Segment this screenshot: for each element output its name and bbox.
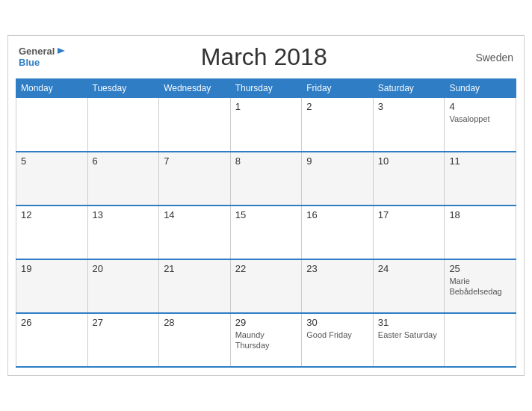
calendar-cell: 24 [373,259,445,313]
day-number: 10 [378,155,440,167]
calendar-header: General Blue March 2018 Sweden [16,43,516,71]
calendar-cell [445,313,516,367]
calendar-cell: 14 [159,206,231,259]
day-number: 20 [93,263,155,274]
day-number: 9 [306,155,368,167]
day-number: 21 [164,263,226,274]
day-number: 1 [235,101,297,112]
day-number: 19 [21,263,83,274]
calendar-title: March 2018 [66,43,461,71]
calendar-cell: 4Vasaloppet [445,98,516,152]
day-number: 26 [21,317,83,328]
weekday-header-sunday: Sunday [445,79,516,98]
day-number: 27 [93,317,155,328]
calendar-cell: 3 [373,98,445,152]
day-event: Marie Bebådelsedag [449,276,511,297]
day-number: 24 [378,263,440,274]
calendar-cell: 22 [230,259,302,313]
day-event: Easter Saturday [378,330,440,340]
calendar-cell: 21 [159,259,231,313]
day-number: 5 [21,155,83,167]
calendar-cell: 7 [159,152,231,206]
calendar-cell: 8 [230,152,302,206]
weekday-header-friday: Friday [302,79,374,98]
day-number: 25 [449,263,511,274]
calendar-cell: 19 [16,259,88,313]
day-number: 17 [378,209,440,220]
calendar-cell: 9 [302,152,374,206]
calendar-cell: 30Good Friday [302,313,374,367]
calendar-cell: 12 [16,206,88,259]
week-row-1: 1234Vasaloppet [16,98,516,152]
calendar-cell: 5 [16,152,88,206]
day-number: 22 [235,263,297,274]
calendar-container: General Blue March 2018 Sweden MondayTue… [7,35,525,376]
weekday-header-thursday: Thursday [230,79,302,98]
day-number: 2 [306,101,368,112]
calendar-cell: 28 [159,313,231,367]
day-event: Good Friday [306,330,368,340]
calendar-cell [16,98,88,152]
calendar-cell: 23 [302,259,374,313]
calendar-cell: 10 [373,152,445,206]
weekday-header-monday: Monday [16,79,88,98]
day-event: Vasaloppet [449,114,511,124]
week-row-4: 19202122232425Marie Bebådelsedag [16,259,516,313]
calendar-cell: 25Marie Bebådelsedag [445,259,516,313]
svg-marker-0 [58,48,65,54]
day-number: 15 [235,209,297,220]
calendar-cell: 18 [445,206,516,259]
day-number: 13 [93,209,155,220]
calendar-cell: 20 [87,259,159,313]
day-event: Maundy Thursday [235,330,297,351]
day-number: 6 [93,155,155,167]
day-number: 11 [449,155,511,167]
weekday-header-wednesday: Wednesday [159,79,231,98]
week-row-3: 12131415161718 [16,206,516,259]
calendar-cell: 26 [16,313,88,367]
calendar-cell: 17 [373,206,445,259]
day-number: 16 [306,209,368,220]
day-number: 18 [449,209,511,220]
calendar-table: MondayTuesdayWednesdayThursdayFridaySatu… [16,78,516,368]
day-number: 4 [449,101,511,112]
day-number: 12 [21,209,83,220]
logo: General Blue [19,46,66,68]
calendar-cell: 27 [87,313,159,367]
calendar-cell: 1 [230,98,302,152]
calendar-cell [87,98,159,152]
calendar-cell [159,98,231,152]
day-number: 30 [306,317,368,328]
calendar-cell: 2 [302,98,374,152]
day-number: 23 [306,263,368,274]
country-label: Sweden [461,52,513,64]
logo-flag-icon [56,47,66,58]
logo-general: General [19,46,66,57]
calendar-cell: 13 [87,206,159,259]
day-number: 31 [378,317,440,328]
day-number: 7 [164,155,226,167]
day-number: 8 [235,155,297,167]
calendar-cell: 6 [87,152,159,206]
day-number: 14 [164,209,226,220]
calendar-cell: 16 [302,206,374,259]
calendar-cell: 11 [445,152,516,206]
week-row-5: 26272829Maundy Thursday30Good Friday31Ea… [16,313,516,367]
weekday-header-saturday: Saturday [373,79,445,98]
weekday-header-row: MondayTuesdayWednesdayThursdayFridaySatu… [16,79,516,98]
calendar-cell: 31Easter Saturday [373,313,445,367]
day-number: 3 [378,101,440,112]
logo-general-text: General [19,46,55,57]
weekday-header-tuesday: Tuesday [87,79,159,98]
calendar-cell: 29Maundy Thursday [230,313,302,367]
day-number: 29 [235,317,297,328]
week-row-2: 567891011 [16,152,516,206]
logo-blue-text: Blue [19,58,40,68]
day-number: 28 [164,317,226,328]
calendar-cell: 15 [230,206,302,259]
